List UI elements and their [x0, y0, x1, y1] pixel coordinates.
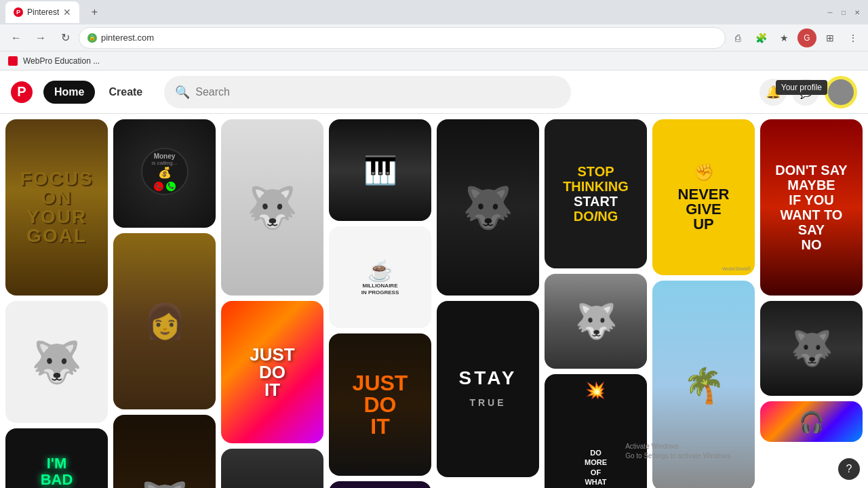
pinterest-logo[interactable]: P — [11, 81, 33, 103]
bookmark-bar: WebPro Education ... — [0, 52, 868, 70]
title-bar: Pinterest ✕ + ─ □ ✕ — [0, 0, 868, 24]
home-nav-link[interactable]: Home — [43, 81, 95, 104]
pins-grid: FOCUSONYOURGOAL 🐺 I'MBADBUTMINDGOOD Mone… — [0, 114, 868, 488]
pin-wolf-dark-face[interactable]: 🐺 — [760, 301, 863, 396]
stop-thinking-text: STOPTHINKINGSTARTDOING — [563, 164, 629, 224]
pin-bad-mind[interactable]: I'MBADBUTMINDGOOD — [5, 428, 108, 488]
address-bar: ← → ↻ 🔒 pinterest.com ⎙ 🧩 ★ G ⊞ ⋮ — [0, 24, 868, 52]
forward-button[interactable]: → — [30, 27, 52, 49]
pinterest-header: P Home Create 🔍 🔔 💬 Your profile — [0, 70, 868, 114]
pin-money[interactable]: Money is calling... 💰 📞 📞 — [113, 119, 216, 228]
watermark: VectorStock® — [722, 266, 751, 271]
profile-avatar-button[interactable] — [825, 76, 857, 108]
pin-wolf-art[interactable]: 🐺 — [5, 301, 108, 423]
minimize-button[interactable]: ─ — [825, 7, 835, 18]
pin-stay-true[interactable]: STAYTRUE — [437, 301, 539, 477]
back-button[interactable]: ← — [5, 27, 27, 49]
pin-wolf-forest-dark[interactable]: 🐺 — [113, 415, 216, 488]
maximize-button[interactable]: □ — [838, 7, 849, 18]
security-icon: 🔒 — [87, 33, 97, 43]
pin-just-do-it-colored[interactable]: JUSTDOIT — [221, 301, 323, 443]
more-options-icon[interactable]: ⋮ — [844, 28, 863, 47]
focus-text: FOCUSONYOURGOAL — [20, 169, 94, 245]
pin-just-do-it-dark[interactable]: JUSTDOIT — [329, 333, 431, 476]
stay-true-text: STAYTRUE — [458, 367, 517, 411]
pin-joker[interactable]: 🃏 — [329, 481, 431, 488]
window-controls: ─ □ ✕ — [825, 7, 863, 18]
tab-close-button[interactable]: ✕ — [63, 7, 71, 18]
help-button[interactable]: ? — [838, 458, 860, 480]
money-text: Money — [154, 152, 176, 160]
pin-wolf-blue-eyes[interactable]: 🐺 — [221, 119, 323, 296]
pin-stop-thinking[interactable]: STOPTHINKINGSTARTDOING — [545, 119, 647, 268]
search-icon: 🔍 — [175, 85, 190, 100]
pin-wolf-snarling[interactable]: 😾 — [221, 449, 323, 488]
bad-mind-text: I'MBADBUTMINDGOOD — [34, 455, 79, 488]
bookmark-item[interactable]: WebPro Education ... — [23, 56, 100, 66]
pin-wolf-dark-mobile[interactable]: 🐺 — [437, 119, 539, 296]
tab-favicon-icon — [14, 7, 23, 17]
search-input[interactable] — [195, 86, 560, 98]
url-text: pinterest.com — [101, 33, 154, 43]
screen-capture-icon[interactable]: ⎙ — [728, 28, 747, 47]
nav-links: Home Create — [43, 81, 153, 104]
extensions-icon[interactable]: 🧩 — [751, 28, 770, 47]
activate-windows-notice: Activate WindowsGo to Settings to activa… — [625, 442, 732, 461]
browser-tab[interactable]: Pinterest ✕ — [5, 1, 79, 23]
pin-never-give-up[interactable]: ✊ NEVERGIVEUP VectorStock® — [652, 119, 755, 275]
pin-focus-goal[interactable]: FOCUSONYOURGOAL — [5, 119, 108, 296]
new-tab-button[interactable]: + — [85, 3, 104, 22]
just-do-orange-text: JUSTDOIT — [353, 372, 408, 437]
bookmark-icon[interactable]: ★ — [774, 28, 793, 47]
pin-piano-lady[interactable]: 🎹 — [329, 119, 431, 221]
pin-headphones-colorful[interactable]: 🎧 — [760, 401, 863, 442]
main-content: FOCUSONYOURGOAL 🐺 I'MBADBUTMINDGOOD Mone… — [0, 114, 868, 488]
never-give-up-text: NEVERGIVEUP — [678, 187, 730, 232]
pin-wolf-grey[interactable]: 🐺 — [545, 274, 647, 369]
mug-text: MILLIONAIREIN PROGRESS — [361, 283, 399, 296]
toolbar-icons: ⎙ 🧩 ★ G ⊞ ⋮ — [728, 28, 863, 47]
search-box[interactable]: 🔍 — [164, 76, 571, 108]
close-button[interactable]: ✕ — [852, 7, 863, 18]
reload-button[interactable]: ↻ — [54, 27, 76, 49]
browser-profile-icon[interactable]: G — [797, 28, 816, 47]
avatar — [828, 79, 854, 105]
pin-woman-portrait[interactable]: 👩 — [113, 233, 216, 409]
create-nav-link[interactable]: Create — [98, 81, 153, 104]
extensions-btn[interactable]: ⊞ — [821, 28, 840, 47]
just-do-it-text: JUSTDOIT — [250, 346, 294, 399]
dont-say-text: DON'T SAYMAYBEIF YOUWANT TOSAYNO — [775, 163, 847, 252]
pin-millionaire-mug[interactable]: ☕ MILLIONAIREIN PROGRESS — [329, 226, 431, 328]
pin-dont-say-maybe[interactable]: DON'T SAYMAYBEIF YOUWANT TOSAYNO — [760, 119, 863, 296]
pin-do-more-happy[interactable]: 💥 DOMOREOFWHATMAKESYOUHAPPY — [545, 374, 647, 488]
do-more-text: DOMOREOFWHATMAKESYOUHAPPY — [583, 448, 610, 488]
tab-title: Pinterest — [27, 7, 59, 17]
url-input[interactable]: 🔒 pinterest.com — [79, 27, 726, 49]
your-profile-tooltip: Your profile — [776, 80, 827, 95]
